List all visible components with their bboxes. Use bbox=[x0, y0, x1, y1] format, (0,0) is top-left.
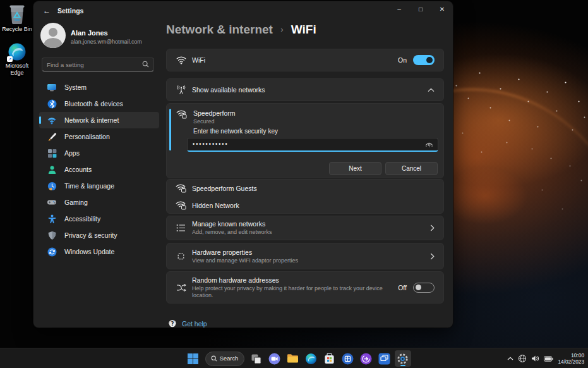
wifi-toggle-card: WiFi On bbox=[166, 49, 444, 71]
clock-date: 14/02/2023 bbox=[558, 359, 584, 365]
page-title: WiFi bbox=[291, 23, 316, 36]
avatar[interactable] bbox=[40, 23, 66, 48]
row-title: Random hardware addresses bbox=[192, 276, 388, 284]
sidebar-item-system[interactable]: System bbox=[39, 79, 159, 95]
desktop-icon-label: Microsoft bbox=[0, 63, 34, 70]
sidebar-item-label: System bbox=[64, 83, 87, 91]
row-subtitle: Help protect your privacy by making it h… bbox=[192, 285, 388, 299]
sidebar-item-personalisation[interactable]: Personalisation bbox=[39, 128, 159, 145]
network-list-item[interactable]: Hidden Network bbox=[167, 197, 443, 214]
microsoft-store-icon bbox=[324, 353, 335, 364]
clock-time: 10:00 bbox=[558, 352, 584, 359]
taskbar-clock[interactable]: 10:00 14/02/2023 bbox=[558, 352, 584, 365]
show-networks-expander[interactable]: Show available networks bbox=[166, 78, 444, 101]
accessibility-icon bbox=[47, 214, 57, 224]
broadcast-tower-icon bbox=[176, 85, 186, 95]
teams-chat-icon bbox=[268, 353, 280, 365]
shuffle-icon bbox=[176, 284, 186, 291]
sidebar-item-privacy-security[interactable]: Privacy & security bbox=[39, 227, 159, 243]
file-explorer-icon bbox=[287, 353, 299, 364]
network-icon bbox=[47, 115, 57, 125]
battery-icon[interactable] bbox=[544, 356, 553, 362]
minimize-button[interactable]: – bbox=[388, 1, 410, 16]
sidebar-item-network-internet[interactable]: Network & internet bbox=[39, 112, 159, 128]
back-arrow-icon: ← bbox=[43, 6, 51, 15]
gaming-icon bbox=[47, 197, 57, 207]
edge-icon: ↗ bbox=[0, 42, 34, 61]
sidebar-item-gaming[interactable]: Gaming bbox=[39, 194, 159, 211]
minimize-icon: – bbox=[397, 6, 401, 13]
sidebar-item-label: Accessibility bbox=[64, 215, 100, 223]
row-subtitle: Add, remove, and edit networks bbox=[192, 229, 272, 236]
app-windows-icon bbox=[378, 353, 390, 365]
password-reveal-eye-icon[interactable] bbox=[425, 142, 433, 148]
start-button[interactable] bbox=[185, 350, 201, 367]
sidebar-item-bluetooth-devices[interactable]: Bluetooth & devices bbox=[39, 95, 159, 112]
file-explorer-button[interactable] bbox=[285, 350, 301, 367]
app-windows-button[interactable] bbox=[376, 350, 393, 367]
sidebar-item-time-language[interactable]: Time & language bbox=[39, 178, 159, 194]
manage-known-networks-row[interactable]: Manage known networks Add, remove, and e… bbox=[166, 216, 444, 240]
sidebar-item-label: Network & internet bbox=[64, 116, 119, 124]
network-globe-icon[interactable] bbox=[518, 354, 527, 363]
row-title: Manage known networks bbox=[192, 220, 272, 228]
list-icon bbox=[176, 224, 186, 232]
maximize-button[interactable]: □ bbox=[410, 1, 431, 16]
taskbar-search[interactable]: Search bbox=[205, 352, 244, 366]
selected-network-indicator bbox=[169, 109, 171, 150]
app-grid-button[interactable] bbox=[340, 350, 356, 367]
desktop-icon-recycle-bin[interactable]: Recycle Bin bbox=[0, 3, 34, 33]
sidebar-item-label: Windows Update bbox=[64, 248, 114, 255]
search-icon bbox=[142, 61, 149, 68]
volume-icon[interactable] bbox=[531, 355, 539, 362]
close-icon: ✕ bbox=[440, 6, 445, 13]
wifi-secured-icon bbox=[176, 200, 186, 210]
hardware-properties-row[interactable]: Hardware properties View and manage WiFi… bbox=[166, 243, 444, 269]
system-icon bbox=[47, 82, 57, 92]
edge-button[interactable] bbox=[303, 350, 320, 367]
breadcrumb-parent[interactable]: Network & internet bbox=[166, 23, 273, 36]
personalisation-icon bbox=[47, 132, 57, 142]
row-subtitle: View and manage WiFi adaptor properties bbox=[192, 257, 298, 264]
search-input[interactable] bbox=[47, 58, 141, 71]
security-key-input[interactable] bbox=[193, 138, 420, 150]
close-button[interactable]: ✕ bbox=[431, 1, 453, 16]
desktop-icon-microsoft-edge[interactable]: ↗ Microsoft Edge bbox=[0, 42, 34, 77]
next-button[interactable]: Next bbox=[329, 162, 381, 175]
sidebar-item-label: Gaming bbox=[64, 199, 88, 206]
active-app-indicator bbox=[400, 365, 405, 366]
security-key-field[interactable] bbox=[187, 138, 438, 152]
sidebar-item-apps[interactable]: Apps bbox=[39, 145, 159, 161]
desktop-icon-label: Edge bbox=[0, 70, 34, 77]
network-name: Speedperform Guests bbox=[192, 185, 257, 192]
privacy-shield-icon bbox=[47, 230, 57, 240]
tray-chevron-up-icon[interactable] bbox=[507, 357, 513, 360]
app-grid-icon bbox=[342, 353, 354, 365]
settings-search-box[interactable] bbox=[42, 58, 154, 71]
get-help-link[interactable]: ? Get help bbox=[168, 319, 207, 328]
network-list-item[interactable]: Speedperform Guests bbox=[167, 180, 443, 197]
microsoft-store-button[interactable] bbox=[321, 350, 338, 367]
row-title: Hardware properties bbox=[192, 248, 298, 256]
window-title: Settings bbox=[57, 7, 83, 15]
sidebar-nav: System Bluetooth & devices Network & int… bbox=[39, 79, 159, 260]
wallpaper-stars bbox=[0, 0, 1, 1]
app-arrow-button[interactable] bbox=[358, 350, 375, 367]
taskbar: Search bbox=[0, 348, 588, 368]
maximize-icon: □ bbox=[419, 6, 423, 13]
teams-chat-button[interactable] bbox=[267, 350, 283, 367]
windows-update-icon bbox=[47, 247, 57, 257]
desktop-icon-label: Recycle Bin bbox=[0, 26, 34, 33]
back-button[interactable]: ← bbox=[39, 4, 55, 18]
sidebar-item-accessibility[interactable]: Accessibility bbox=[39, 211, 159, 227]
cancel-button[interactable]: Cancel bbox=[385, 162, 438, 175]
sidebar-item-windows-update[interactable]: Windows Update bbox=[39, 243, 159, 260]
task-view-button[interactable] bbox=[248, 350, 265, 367]
titlebar[interactable]: ← Settings – □ ✕ bbox=[33, 1, 453, 20]
network-name: Hidden Network bbox=[192, 202, 239, 209]
sidebar-item-accounts[interactable]: Accounts bbox=[39, 161, 159, 178]
settings-app-button[interactable] bbox=[395, 350, 411, 367]
wifi-toggle[interactable] bbox=[413, 55, 435, 65]
breadcrumb: Network & internet › WiFi bbox=[166, 23, 316, 37]
random-hardware-toggle[interactable] bbox=[413, 283, 435, 293]
